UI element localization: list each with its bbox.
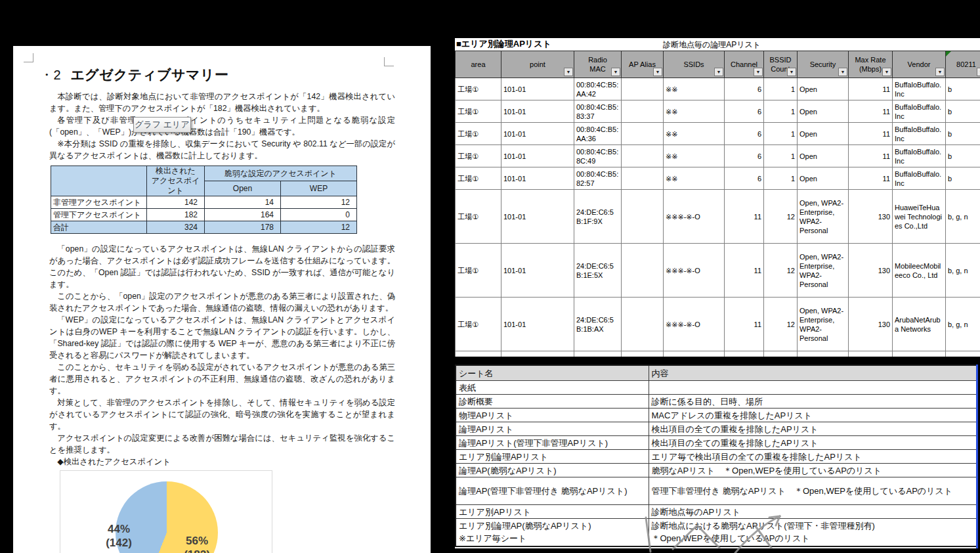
cell-alias[interactable] (622, 100, 664, 123)
cell-alias[interactable] (622, 244, 664, 298)
cell-rate[interactable]: 130 (849, 244, 893, 298)
cell-vendor[interactable]: ArubaNetAruba Networks (893, 298, 946, 351)
cell-security[interactable]: Open (798, 167, 849, 190)
cell-ssids[interactable]: ※※ (664, 167, 725, 190)
cell-rate[interactable] (849, 351, 893, 357)
cell-area[interactable]: 工場① (456, 244, 501, 298)
cell-point[interactable] (501, 351, 574, 357)
cell-mac[interactable] (574, 351, 622, 357)
cell-content[interactable]: 管理下非管理付き 脆弱なAPリスト ＊Open,WEPを使用しているAPのリスト (649, 477, 977, 505)
col-header-vendor[interactable]: Vendor▼ (893, 51, 946, 78)
cell-area[interactable]: 工場① (456, 100, 501, 123)
cell-sheet[interactable]: エリア別論理AP(脆弱なAPリスト) ※エリア毎シート (456, 519, 649, 546)
cell-mac[interactable]: 00:80:4C:B5:83:37 (574, 100, 622, 123)
cell-alias[interactable] (622, 298, 664, 351)
cell-channel[interactable] (725, 351, 764, 357)
cell-channel[interactable]: 6 (725, 78, 764, 100)
cell-rate[interactable]: 130 (849, 190, 893, 244)
cell-vendor[interactable] (893, 351, 946, 357)
cell-80211[interactable] (946, 351, 980, 357)
cell-80211[interactable]: b (946, 78, 980, 100)
cell-80211[interactable]: b (946, 167, 980, 190)
cell-vendor[interactable]: BuffaloBuffalo.Inc (893, 123, 946, 145)
cell-area[interactable]: 工場① (456, 298, 501, 351)
cell-point[interactable]: 101-01 (501, 123, 574, 145)
cell-security[interactable]: Open, WPA2-Enterprise, WPA2-Personal (798, 190, 849, 244)
cell-point[interactable]: 101-01 (501, 100, 574, 123)
cell-mac[interactable]: 24:DE:C6:5B:1E:5X (574, 244, 622, 298)
cell-bssid-count[interactable]: 1 (764, 167, 798, 190)
cell-mac[interactable]: 24:DE:C6:5B:1B:AX (574, 298, 622, 351)
cell-content[interactable]: 診断に係る目的、日時、場所 (649, 395, 977, 409)
cell-sheet[interactable]: 表紙 (456, 381, 649, 395)
cell-bssid-count[interactable]: 12 (764, 244, 798, 298)
cell-80211[interactable]: b (946, 145, 980, 167)
cell-security[interactable]: Open (798, 123, 849, 145)
col-header-point[interactable]: point▼ (501, 51, 574, 78)
col-header-bssid-count[interactable]: BSSID Count▼ (764, 51, 798, 78)
cell-channel[interactable]: 11 (725, 298, 764, 351)
cell-vendor[interactable]: BuffaloBuffalo.Inc (893, 100, 946, 123)
cell-channel[interactable]: 6 (725, 100, 764, 123)
cell-channel[interactable]: 6 (725, 145, 764, 167)
cell-security[interactable]: Open, WPA2-Enterprise, WPA2-Personal (798, 244, 849, 298)
filter-dropdown-icon[interactable]: ▼ (564, 68, 573, 76)
cell-point[interactable]: 101-01 (501, 244, 574, 298)
cell-alias[interactable] (622, 123, 664, 145)
cell-content[interactable]: MACアドレスの重複を排除したAPリスト (649, 409, 977, 422)
col-header-sheet-name[interactable]: シート名 (456, 365, 649, 381)
cell-content[interactable]: 診断地点毎のAPリスト (649, 505, 977, 519)
cell-mac[interactable]: 00:80:4C:B5:82:57 (574, 167, 622, 190)
cell-content[interactable] (649, 381, 977, 395)
cell-mac[interactable]: 00:80:4C:B5:AA:42 (574, 78, 622, 100)
filter-dropdown-icon[interactable]: ▼ (787, 68, 796, 76)
filter-dropdown-icon[interactable]: ▼ (935, 68, 945, 76)
cell-channel[interactable]: 11 (725, 244, 764, 298)
cell-rate[interactable]: 130 (849, 298, 893, 351)
cell-rate[interactable]: 11 (849, 123, 893, 145)
cell-mac[interactable]: 24:DE:C6:5B:1F:9X (574, 190, 622, 244)
cell-vendor[interactable]: BuffaloBuffalo.Inc (893, 78, 946, 100)
cell-area[interactable] (456, 351, 501, 357)
cell-alias[interactable] (622, 167, 664, 190)
cell-mac[interactable]: 00:80:4C:B5:8C:49 (574, 145, 622, 167)
cell-rate[interactable]: 11 (849, 78, 893, 100)
cell-vendor[interactable]: MobileecMobileeco Co., Ltd (893, 244, 946, 298)
col-header-80211[interactable]: 80211▼ (946, 51, 980, 78)
cell-point[interactable]: 101-01 (501, 190, 574, 244)
cell-vendor[interactable]: HuaweiTeHuawei Technologies Co.,Ltd (893, 190, 946, 244)
cell-ssids[interactable]: ※※ (664, 78, 725, 100)
cell-security[interactable]: Open (798, 78, 849, 100)
filter-dropdown-icon[interactable]: ▼ (882, 68, 891, 76)
col-header-security[interactable]: Security▼ (798, 51, 849, 78)
cell-alias[interactable] (622, 145, 664, 167)
cell-ssids[interactable]: ※※ (664, 123, 725, 145)
cell-ssids[interactable]: ※※※-※-O (664, 244, 725, 298)
col-header-radio-mac[interactable]: Radio MAC▼ (574, 51, 622, 78)
cell-sheet[interactable]: 論理APリスト (456, 422, 649, 436)
cell-area[interactable]: 工場① (456, 78, 501, 100)
cell-80211[interactable]: b (946, 100, 980, 123)
cell-point[interactable]: 101-01 (501, 298, 574, 351)
cell-security[interactable]: Open, WPA2-Enterprise, WPA2-Personal (798, 298, 849, 351)
cell-ssids[interactable]: ※※ (664, 145, 725, 167)
col-header-content[interactable]: 内容 (649, 365, 977, 381)
cell-bssid-count[interactable]: 1 (764, 100, 798, 123)
cell-ssids[interactable]: ※※※-※-O (664, 190, 725, 244)
cell-alias[interactable] (622, 190, 664, 244)
cell-bssid-count[interactable]: 1 (764, 145, 798, 167)
cell-sheet[interactable]: 論理APリスト(管理下非管理APリスト) (456, 436, 649, 450)
cell-80211[interactable]: b, g, n (946, 298, 980, 351)
cell-channel[interactable]: 11 (725, 190, 764, 244)
cell-sheet[interactable]: エリア別論理APリスト (456, 450, 649, 464)
cell-80211[interactable]: b (946, 123, 980, 145)
cell-vendor[interactable]: BuffaloBuffalo.Inc (893, 167, 946, 190)
cell-sheet[interactable]: 論理AP(脆弱なAPリスト) (456, 464, 649, 477)
cell-area[interactable]: 工場① (456, 145, 501, 167)
cell-content[interactable]: エリア毎で検出項目の全ての重複を排除したAPリスト (649, 450, 977, 464)
cell-point[interactable]: 101-01 (501, 167, 574, 190)
cell-bssid-count[interactable]: 12 (764, 298, 798, 351)
cell-vendor[interactable]: BuffaloBuffalo.Inc (893, 145, 946, 167)
col-header-max-rate[interactable]: Max Rate (Mbps)▼ (849, 51, 893, 78)
cell-security[interactable]: Open (798, 100, 849, 123)
